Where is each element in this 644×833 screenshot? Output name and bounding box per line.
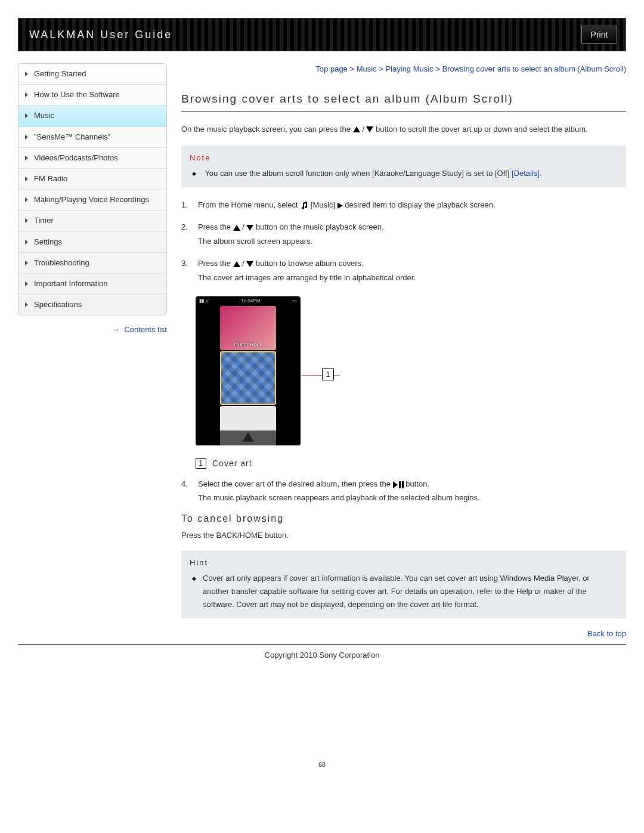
page-number: 68 — [18, 761, 626, 768]
callout-number: 1 — [322, 368, 334, 380]
sidebar-item-videos[interactable]: Videos/Podcasts/Photos — [18, 148, 166, 169]
note-title: Note — [190, 151, 618, 165]
arrow-right-icon — [338, 203, 343, 209]
sidebar-item-music[interactable]: Music — [18, 106, 166, 126]
hint-box: Hint Cover art only appears if cover art… — [181, 550, 626, 618]
page-title: Browsing cover arts to select an album (… — [181, 92, 626, 112]
cancel-text: Press the BACK/HOME button. — [181, 529, 626, 542]
crumb-current[interactable]: Browsing cover arts to select an album (… — [442, 64, 626, 73]
header-title: WALKMAN User Guide — [29, 29, 172, 41]
details-link[interactable]: [Details] — [512, 169, 540, 178]
breadcrumb: Top page > Music > Playing Music > Brows… — [181, 63, 626, 76]
legend-number: 1 — [196, 458, 206, 469]
down-icon — [246, 261, 253, 267]
sidebar-item-settings[interactable]: Settings — [18, 232, 166, 253]
sidebar-item-important[interactable]: Important Information — [18, 274, 166, 295]
device-time: 11:04PM — [241, 298, 260, 304]
play-pause-icon — [393, 481, 404, 488]
sidebar-item-voice[interactable]: Making/Playing Voice Recordings — [18, 190, 166, 210]
crumb-top[interactable]: Top page — [315, 64, 348, 73]
hint-item: Cover art only appears if cover art info… — [203, 572, 618, 611]
music-icon — [300, 202, 308, 210]
legend-label: Cover art — [212, 459, 252, 468]
intro-text: On the music playback screen, you can pr… — [181, 123, 626, 136]
step-4: 4. Select the cover art of the desired a… — [198, 477, 626, 505]
hint-title: Hint — [190, 556, 618, 569]
print-button[interactable]: Print — [581, 26, 617, 44]
steps-list: 1. From the Home menu, select [Music] de… — [181, 198, 626, 284]
device-figure: ▮▮ ♫ 11:04PM ▭ Guitar Rock 1 — [181, 293, 301, 451]
sidebar-item-sensme[interactable]: "SensMe™ Channels" — [18, 127, 166, 148]
sidebar-item-fmradio[interactable]: FM Radio — [18, 169, 166, 190]
figure-legend: 1 Cover art — [196, 458, 626, 469]
up-icon — [233, 225, 240, 231]
up-icon — [233, 261, 240, 267]
cover-art-2-selected — [220, 351, 276, 405]
cover-art-3 — [220, 406, 276, 445]
crumb-music[interactable]: Music — [357, 64, 377, 73]
battery-icon: ▭ — [292, 298, 297, 304]
sidebar-nav: Getting Started How to Use the Software … — [18, 63, 167, 315]
steps-list-2: 4. Select the cover art of the desired a… — [181, 477, 626, 505]
contents-list-label[interactable]: Contents list — [124, 325, 167, 334]
sidebar-item-specs[interactable]: Specifications — [18, 295, 166, 315]
contents-list-link[interactable]: Contents list — [18, 325, 167, 334]
device-screenshot: ▮▮ ♫ 11:04PM ▭ Guitar Rock — [196, 296, 301, 445]
down-icon — [366, 126, 373, 132]
callout-line — [302, 375, 340, 376]
device-statusbar: ▮▮ ♫ 11:04PM ▭ — [196, 296, 301, 305]
copyright: Copyright 2010 Sony Corporation — [18, 645, 626, 665]
sidebar-item-timer[interactable]: Timer — [18, 210, 166, 231]
down-icon — [246, 225, 253, 231]
step-3: 3. Press the / button to browse album co… — [198, 256, 626, 284]
cover-art-1: Guitar Rock — [220, 306, 276, 350]
sidebar-item-software[interactable]: How to Use the Software — [18, 85, 166, 106]
svg-rect-1 — [402, 481, 404, 488]
step-1: 1. From the Home menu, select [Music] de… — [198, 198, 626, 212]
cancel-heading: To cancel browsing — [181, 513, 626, 524]
header-bar: WALKMAN User Guide Print — [18, 18, 626, 51]
crumb-playing[interactable]: Playing Music — [385, 64, 433, 73]
step-2: 2. Press the / button on the music playb… — [198, 220, 626, 248]
svg-rect-0 — [399, 481, 401, 488]
pause-music-icon: ▮▮ ♫ — [199, 298, 209, 304]
cover1-label: Guitar Rock — [220, 342, 276, 348]
back-to-top-link[interactable]: Back to top — [587, 629, 626, 638]
sidebar-item-getting-started[interactable]: Getting Started — [18, 64, 166, 85]
up-icon — [353, 126, 360, 132]
note-item: You can use the album scroll function on… — [203, 167, 618, 180]
main-content: Top page > Music > Playing Music > Brows… — [181, 63, 626, 638]
note-box: Note You can use the album scroll functi… — [181, 145, 626, 187]
print-label: Print — [591, 30, 608, 39]
sidebar: Getting Started How to Use the Software … — [18, 63, 167, 638]
back-to-top: Back to top — [181, 629, 626, 638]
sidebar-item-troubleshooting[interactable]: Troubleshooting — [18, 253, 166, 274]
